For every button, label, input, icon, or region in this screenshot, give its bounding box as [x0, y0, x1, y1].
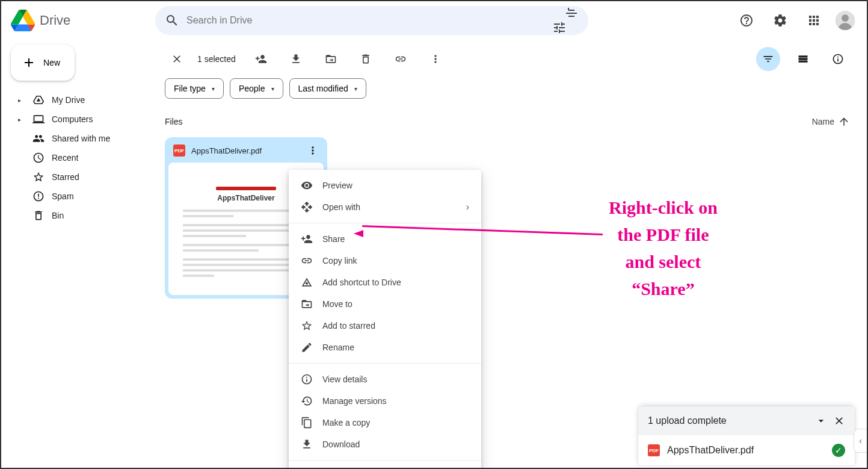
sidebar-item-label: Shared with me: [52, 134, 110, 143]
main-content: 1 selected File type People Last modifie…: [155, 42, 860, 463]
history-icon: [301, 395, 313, 407]
my-drive-icon: [32, 94, 45, 106]
sidebar-item-label: Starred: [52, 172, 79, 182]
svg-rect-0: [568, 8, 569, 10]
delete-button[interactable]: [354, 47, 378, 71]
filter-icon: [762, 53, 774, 65]
filter-chips: File type People Last modified: [155, 76, 860, 104]
sidebar-item-computers[interactable]: ▸ Computers: [11, 110, 146, 129]
menu-share[interactable]: Share: [289, 228, 481, 250]
expand-icon: ▸: [18, 116, 25, 123]
share-button[interactable]: [249, 47, 273, 71]
toast-file-name: AppsThatDeliver.pdf: [667, 445, 754, 456]
preview-title: AppsThatDeliver: [217, 194, 274, 202]
help-button[interactable]: [734, 8, 759, 33]
context-menu: Preview Open with › Share Copy link Add …: [289, 170, 481, 469]
menu-copy-link[interactable]: Copy link: [289, 250, 481, 272]
download-icon: [301, 438, 313, 450]
new-button[interactable]: New: [11, 45, 75, 81]
more-vert-icon: [429, 53, 442, 65]
menu-download[interactable]: Download: [289, 433, 481, 455]
upload-toast: 1 upload complete PDF AppsThatDeliver.pd…: [638, 406, 855, 465]
toast-header: 1 upload complete: [638, 406, 855, 435]
apps-icon: [807, 13, 821, 28]
search-input[interactable]: [186, 15, 557, 26]
close-icon[interactable]: [833, 415, 845, 427]
files-area: PDF AppsThatDeliver.pdf AppsThatDeliver: [155, 132, 860, 303]
sidebar-item-my-drive[interactable]: ▸ My Drive: [11, 90, 146, 110]
rename-icon: [301, 341, 313, 353]
eye-icon: [301, 179, 313, 191]
person-add-icon: [255, 53, 267, 65]
filter-last-modified[interactable]: Last modified: [289, 78, 366, 99]
sidebar-item-recent[interactable]: Recent: [11, 148, 146, 167]
shortcut-icon: [301, 276, 313, 288]
star-icon: [301, 320, 313, 332]
sidebar-item-shared[interactable]: Shared with me: [11, 129, 146, 148]
menu-make-copy[interactable]: Make a copy: [289, 412, 481, 433]
annotation-arrow-head: [354, 230, 363, 237]
clear-selection-button[interactable]: [165, 47, 189, 71]
open-with-icon: [301, 201, 313, 213]
filter-file-type[interactable]: File type: [165, 78, 224, 99]
filter-view-button[interactable]: [756, 47, 780, 71]
bin-icon: [32, 210, 45, 222]
menu-rename[interactable]: Rename: [289, 337, 481, 358]
more-vert-icon[interactable]: [307, 144, 319, 157]
move-button[interactable]: [319, 47, 343, 71]
menu-open-with[interactable]: Open with ›: [289, 196, 481, 218]
link-icon: [301, 255, 313, 267]
shared-icon: [32, 132, 45, 144]
arrow-up-icon: [838, 116, 850, 128]
section-header: Files Name: [155, 104, 860, 132]
move-icon: [325, 53, 337, 65]
drive-logo[interactable]: Drive: [11, 8, 150, 33]
new-button-label: New: [43, 58, 60, 67]
link-icon: [395, 53, 407, 65]
sidebar-item-starred[interactable]: Starred: [11, 167, 146, 187]
download-button[interactable]: [284, 47, 308, 71]
search-options-icon[interactable]: [564, 6, 579, 35]
menu-preview[interactable]: Preview: [289, 175, 481, 196]
search-bar[interactable]: [155, 6, 588, 35]
pdf-icon: PDF: [648, 444, 660, 456]
sidebar-item-label: Bin: [52, 211, 64, 220]
more-button[interactable]: [423, 47, 448, 71]
chevron-down-icon[interactable]: [815, 415, 827, 427]
trash-icon: [360, 53, 372, 65]
menu-remove[interactable]: Remove: [289, 465, 481, 469]
menu-manage-versions[interactable]: Manage versions: [289, 390, 481, 412]
menu-add-shortcut[interactable]: Add shortcut to Drive: [289, 272, 481, 293]
list-view-button[interactable]: [791, 47, 815, 71]
sidebar-item-spam[interactable]: Spam: [11, 187, 146, 206]
side-panel-toggle[interactable]: ‹: [854, 429, 867, 453]
gear-icon: [773, 13, 787, 28]
account-avatar[interactable]: [836, 11, 855, 30]
sort-button[interactable]: Name: [812, 116, 850, 128]
sidebar-item-label: My Drive: [52, 95, 85, 105]
move-icon: [301, 298, 313, 310]
menu-view-details[interactable]: View details: [289, 368, 481, 390]
menu-add-starred[interactable]: Add to starred: [289, 315, 481, 337]
person-add-icon: [301, 233, 313, 245]
apps-button[interactable]: [802, 8, 826, 33]
sidebar: New ▸ My Drive ▸ Computers Shared with m…: [1, 40, 155, 230]
link-button[interactable]: [389, 47, 413, 71]
files-section-label: Files: [165, 117, 183, 126]
sidebar-item-label: Computers: [52, 114, 93, 124]
list-view-icon: [797, 53, 809, 65]
expand-icon: ▸: [18, 97, 25, 104]
pdf-icon: PDF: [173, 144, 185, 157]
drive-icon: [11, 8, 35, 33]
filter-people[interactable]: People: [230, 78, 283, 99]
toast-body[interactable]: PDF AppsThatDeliver.pdf ✓: [638, 435, 855, 465]
menu-move-to[interactable]: Move to: [289, 293, 481, 315]
sidebar-item-bin[interactable]: Bin: [11, 206, 146, 225]
info-button[interactable]: [826, 47, 850, 71]
check-icon: ✓: [832, 444, 845, 457]
file-card-header: PDF AppsThatDeliver.pdf: [167, 140, 325, 161]
chevron-right-icon: ›: [466, 202, 469, 213]
svg-point-3: [842, 14, 849, 22]
copy-icon: [301, 417, 313, 429]
settings-button[interactable]: [768, 8, 792, 33]
